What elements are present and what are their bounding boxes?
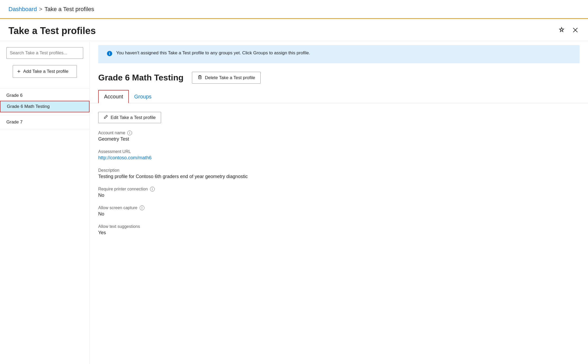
add-profile-button[interactable]: + Add Take a Test profile (13, 65, 77, 78)
field-assessment-url-label: Assessment URL (98, 149, 580, 154)
main-layout: + Add Take a Test profile Grade 6 Grade … (0, 41, 588, 364)
search-box-wrap (0, 47, 90, 65)
tab-account[interactable]: Account (98, 90, 129, 103)
field-screen-capture: Allow screen capture i No (98, 205, 580, 217)
svg-text:i: i (109, 51, 110, 56)
field-description: Description Testing profile for Contoso … (98, 168, 580, 179)
field-screen-capture-label: Allow screen capture i (98, 205, 580, 210)
info-banner: i You haven't assigned this Take a Test … (98, 45, 580, 63)
sidebar-item-grade6math[interactable]: Grade 6 Math Testing (0, 101, 90, 112)
sidebar-group-grade6: Grade 6 (0, 91, 90, 100)
delete-profile-label: Delete Take a Test profile (205, 75, 255, 80)
field-printer: Require printer connection i No (98, 187, 580, 198)
field-screen-capture-value: No (98, 211, 580, 217)
tabs-row: Account Groups (90, 90, 588, 103)
sidebar-group-grade7: Grade 7 (0, 117, 90, 127)
pin-button[interactable] (557, 26, 566, 36)
add-profile-label: Add Take a Test profile (23, 69, 68, 74)
field-account-name: Account name i Geometry Test (98, 131, 580, 142)
field-description-label: Description (98, 168, 580, 173)
edit-icon (104, 115, 108, 120)
close-button[interactable] (571, 26, 580, 36)
info-banner-text: You haven't assigned this Take a Test pr… (116, 50, 310, 56)
sidebar-divider-mid (0, 115, 90, 115)
delete-icon (197, 75, 202, 81)
field-printer-label: Require printer connection i (98, 187, 580, 191)
field-printer-value: No (98, 193, 580, 198)
field-account-name-label: Account name i (98, 131, 580, 135)
field-description-value: Testing profile for Contoso 6th graders … (98, 174, 580, 179)
page-title: Take a Test profiles (8, 25, 96, 36)
fields-section: Account name i Geometry Test Assessment … (90, 123, 588, 243)
info-icon: i (107, 51, 112, 58)
breadcrumb-current: Take a Test profiles (45, 6, 94, 13)
edit-profile-label: Edit Take a Test profile (111, 115, 156, 120)
header-actions (557, 26, 580, 36)
tab-groups[interactable]: Groups (129, 90, 157, 103)
printer-info-icon[interactable]: i (150, 187, 155, 191)
sidebar-divider-top (0, 88, 90, 89)
field-text-suggestions-value: Yes (98, 230, 580, 236)
profile-header: Grade 6 Math Testing Delete Take a Test … (90, 63, 588, 84)
profile-title: Grade 6 Math Testing (98, 73, 184, 83)
field-text-suggestions-label: Allow text suggestions (98, 224, 580, 229)
edit-section: Edit Take a Test profile (90, 103, 588, 123)
field-account-name-value: Geometry Test (98, 136, 580, 142)
sidebar-divider-bot (0, 129, 90, 129)
field-assessment-url: Assessment URL http://contoso.com/math6 (98, 149, 580, 161)
content-area: i You haven't assigned this Take a Test … (90, 41, 588, 364)
delete-profile-button[interactable]: Delete Take a Test profile (192, 72, 261, 84)
edit-profile-button[interactable]: Edit Take a Test profile (98, 112, 161, 123)
breadcrumb-separator: > (39, 6, 43, 13)
field-assessment-url-value[interactable]: http://contoso.com/math6 (98, 155, 580, 161)
search-input[interactable] (6, 47, 83, 59)
account-name-info-icon[interactable]: i (127, 131, 132, 135)
top-bar: Dashboard > Take a Test profiles (0, 0, 588, 19)
page-header: Take a Test profiles (0, 19, 588, 41)
svg-rect-4 (199, 76, 201, 79)
sidebar: + Add Take a Test profile Grade 6 Grade … (0, 41, 90, 364)
field-text-suggestions: Allow text suggestions Yes (98, 224, 580, 236)
screen-capture-info-icon[interactable]: i (140, 205, 144, 210)
plus-icon: + (17, 68, 21, 75)
breadcrumb-dashboard-link[interactable]: Dashboard (8, 6, 37, 13)
